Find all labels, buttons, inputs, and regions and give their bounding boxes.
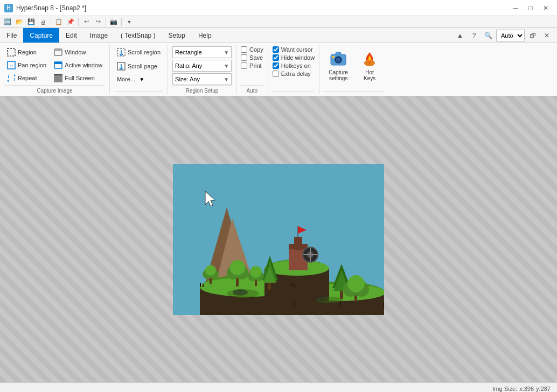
maximize-button[interactable]: □ bbox=[524, 3, 538, 13]
extra-delay-label: Extra delay bbox=[281, 71, 311, 77]
menu-edit[interactable]: Edit bbox=[59, 28, 83, 43]
full-screen-label: Full Screen bbox=[65, 75, 95, 81]
save-checkbox[interactable] bbox=[241, 54, 247, 61]
qa-capture[interactable]: 📷 bbox=[108, 17, 119, 27]
qa-print[interactable]: 🖨 bbox=[38, 17, 48, 27]
scroll-buttons: Scroll region Scroll page More... ▼ bbox=[114, 45, 163, 91]
want-cursor-checkbox-item[interactable]: Want cursor bbox=[273, 46, 313, 53]
save-checkbox-item[interactable]: Save bbox=[241, 54, 263, 61]
window-button[interactable]: Window bbox=[51, 46, 105, 58]
scroll-region-icon bbox=[117, 48, 126, 57]
region-button[interactable]: Region bbox=[4, 46, 49, 58]
svg-rect-74 bbox=[294, 302, 295, 307]
copy-checkbox[interactable] bbox=[241, 46, 247, 53]
ribbon-group-scroll: Scroll region Scroll page More... ▼ bbox=[110, 45, 168, 94]
print-checkbox[interactable] bbox=[241, 62, 247, 69]
want-cursor-checkbox[interactable] bbox=[273, 46, 279, 53]
copy-checkbox-item[interactable]: Copy bbox=[241, 46, 263, 53]
app-icon: H bbox=[4, 4, 13, 12]
qa-save[interactable]: 💾 bbox=[26, 17, 37, 27]
size-dropdown-arrow: ▼ bbox=[224, 76, 229, 82]
hot-keys-button[interactable]: Hot Keys bbox=[355, 46, 384, 84]
help-button[interactable]: ? bbox=[468, 30, 480, 41]
more-button[interactable]: More... bbox=[114, 74, 138, 84]
qa-undo[interactable]: ↩ bbox=[81, 17, 92, 27]
menu-capture[interactable]: Capture bbox=[23, 28, 59, 43]
qa-open[interactable]: 📂 bbox=[14, 17, 25, 27]
large-buttons: Region ↔ Pan region Repeat bbox=[4, 46, 49, 84]
svg-text:↔: ↔ bbox=[9, 63, 14, 68]
separator-2 bbox=[78, 18, 79, 26]
qa-copy[interactable]: 📋 bbox=[53, 17, 64, 27]
svg-rect-75 bbox=[340, 302, 341, 307]
capture-settings-button[interactable]: Capture settings bbox=[324, 46, 353, 84]
ribbon-group-settings: Capture settings Hot Keys bbox=[319, 45, 388, 94]
pan-icon: ↔ bbox=[7, 61, 16, 69]
menu-textsnap[interactable]: ( TextSnap ) bbox=[114, 28, 162, 43]
menu-help[interactable]: Help bbox=[192, 28, 218, 43]
qa-more[interactable]: ▼ bbox=[124, 17, 135, 27]
window-title: HyperSnap 8 - [Snap2 *] bbox=[16, 4, 86, 12]
menu-bar: File Capture Edit Image ( TextSnap ) Set… bbox=[0, 28, 557, 43]
hide-window-label: Hide window bbox=[281, 54, 315, 61]
img-size-x: x:396 bbox=[519, 386, 534, 392]
active-window-button[interactable]: Active window bbox=[51, 59, 105, 71]
close-pane-button[interactable]: ✕ bbox=[541, 30, 553, 41]
capture-settings-icon bbox=[329, 49, 348, 68]
close-button[interactable]: ✕ bbox=[539, 3, 553, 13]
more-row: More... ▼ bbox=[114, 74, 144, 84]
save-label: Save bbox=[249, 54, 263, 61]
hotkeys-on-checkbox-item[interactable]: Hotkeys on bbox=[273, 62, 311, 69]
print-label: Print bbox=[249, 62, 262, 69]
pan-region-button[interactable]: ↔ Pan region bbox=[4, 59, 49, 71]
size-dropdown-text: Size: Any bbox=[175, 76, 224, 82]
ribbon-group-capture: Region ↔ Pan region Repeat bbox=[0, 45, 110, 94]
small-buttons: Window Active window Full Screen bbox=[51, 46, 105, 84]
repeat-label: Repeat bbox=[18, 75, 37, 81]
scroll-region-button[interactable]: Scroll region bbox=[114, 46, 163, 58]
region-setup-label: Region Setup bbox=[172, 85, 232, 94]
collapse-ribbon-button[interactable]: ▲ bbox=[454, 30, 466, 41]
window-label: Window bbox=[65, 49, 86, 55]
qa-redo[interactable]: ↪ bbox=[93, 17, 103, 27]
capture-settings-label: Capture settings bbox=[329, 69, 348, 81]
size-dropdown[interactable]: Size: Any ▼ bbox=[172, 73, 232, 85]
ratio-dropdown[interactable]: Ratio: Any ▼ bbox=[172, 60, 232, 72]
img-size-label: Img Size: bbox=[492, 386, 517, 392]
print-checkbox-item[interactable]: Print bbox=[241, 62, 262, 69]
restore-button[interactable]: 🗗 bbox=[527, 30, 539, 41]
repeat-icon bbox=[7, 74, 16, 82]
hotkeys-on-checkbox[interactable] bbox=[273, 62, 279, 69]
scroll-page-button[interactable]: Scroll page bbox=[114, 60, 160, 72]
qa-paste[interactable]: 📌 bbox=[65, 17, 76, 27]
menu-file[interactable]: File bbox=[0, 28, 23, 43]
options-content: Want cursor Hide window Hotkeys on Extra… bbox=[273, 45, 315, 91]
minimize-button[interactable]: ─ bbox=[509, 3, 523, 13]
want-cursor-label: Want cursor bbox=[281, 46, 313, 53]
repeat-button[interactable]: Repeat bbox=[4, 72, 49, 84]
hide-window-checkbox[interactable] bbox=[273, 54, 279, 61]
qa-new[interactable]: 🆕 bbox=[2, 17, 13, 27]
game-scene bbox=[173, 164, 384, 315]
scene-container bbox=[173, 164, 384, 315]
full-screen-button[interactable]: Full Screen bbox=[51, 72, 105, 84]
hotkeys-on-label: Hotkeys on bbox=[281, 62, 311, 69]
extra-delay-checkbox-item[interactable]: Extra delay bbox=[273, 71, 311, 77]
svg-rect-6 bbox=[54, 62, 62, 64]
extra-delay-checkbox[interactable] bbox=[273, 71, 279, 77]
svg-point-57 bbox=[347, 275, 365, 292]
title-bar-left: H HyperSnap 8 - [Snap2 *] bbox=[4, 4, 86, 12]
img-size-item: Img Size: x:396 y:287 bbox=[492, 386, 551, 392]
menu-setup[interactable]: Setup bbox=[162, 28, 192, 43]
capture-buttons: Region ↔ Pan region Repeat bbox=[4, 45, 105, 85]
hide-window-checkbox-item[interactable]: Hide window bbox=[273, 54, 315, 61]
auto-dropdown[interactable]: Auto bbox=[496, 30, 525, 41]
ratio-dropdown-text: Ratio: Any bbox=[175, 62, 224, 69]
region-icon bbox=[7, 48, 16, 57]
shape-dropdown[interactable]: Rectangle ▼ bbox=[172, 46, 232, 58]
search-button[interactable]: 🔍 bbox=[482, 30, 494, 41]
menu-image[interactable]: Image bbox=[83, 28, 114, 43]
more-dropdown-arrow: ▼ bbox=[139, 76, 144, 82]
settings-content: Capture settings Hot Keys bbox=[324, 45, 384, 91]
settings-label bbox=[324, 91, 384, 94]
